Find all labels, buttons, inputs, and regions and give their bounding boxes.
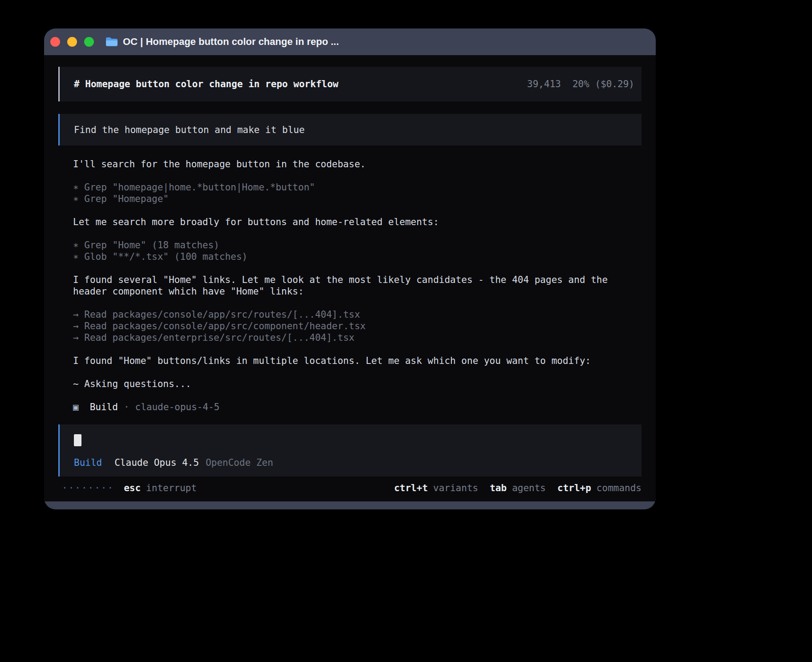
ctrl-p-key-hint: ctrl+p xyxy=(557,483,591,493)
zoom-button[interactable] xyxy=(84,37,94,47)
traffic-lights xyxy=(50,37,94,47)
agent-status-line: ▣Build·claude-opus-4-5 xyxy=(73,401,641,413)
assistant-paragraph: I found several "Home" links. Let me loo… xyxy=(73,274,641,297)
agent-model: claude-opus-4-5 xyxy=(135,401,220,413)
ctrl-t-key-hint: ctrl+t xyxy=(394,483,428,493)
asterisk-icon: ∗ xyxy=(73,251,79,262)
grep-tool-line: ∗ Grep "homepage|home.*button|Home.*butt… xyxy=(73,182,641,193)
dot-separator: · xyxy=(124,401,130,413)
arrow-icon: → xyxy=(73,332,79,343)
token-count: 39,413 xyxy=(527,79,561,89)
working-status: ~ Asking questions... xyxy=(73,378,641,390)
asterisk-icon: ∗ xyxy=(73,182,79,193)
input-cursor xyxy=(74,434,81,446)
glob-tool-line: ∗ Glob "**/*.tsx" (100 matches) xyxy=(73,251,641,262)
read-tool-line: → Read packages/console/app/src/routes/[… xyxy=(73,309,641,320)
commands-hint: ctrl+pcommands xyxy=(557,482,641,494)
variants-label: variants xyxy=(433,483,478,493)
transcript: I'll search for the homepage button in t… xyxy=(58,158,641,413)
agents-label: agents xyxy=(512,483,546,493)
close-button[interactable] xyxy=(50,37,60,47)
asterisk-icon: ∗ xyxy=(73,240,79,250)
interrupt-label: interrupt xyxy=(146,483,197,493)
tool-call-group: ∗ Grep "Home" (18 matches) ∗ Glob "**/*.… xyxy=(73,239,641,262)
tool-call-text: Grep "homepage|home.*button|Home.*button… xyxy=(84,182,315,193)
grep-tool-line: ∗ Grep "Homepage" xyxy=(73,193,641,205)
read-tool-line: → Read packages/enterprise/src/routes/[.… xyxy=(73,332,641,343)
arrow-icon: → xyxy=(73,321,79,331)
assistant-paragraph: I found "Home" buttons/links in multiple… xyxy=(73,355,641,367)
prompt-input[interactable]: BuildClaude Opus 4.5OpenCode Zen xyxy=(58,424,641,476)
spinner-dots: ········ xyxy=(62,482,114,494)
tool-call-text: Read packages/console/app/src/routes/[..… xyxy=(84,309,360,320)
status-bar: ········ escinterrupt ctrl+tvariants tab… xyxy=(58,482,641,501)
agent-icon: ▣ xyxy=(73,401,79,413)
tool-call-text: Glob "**/*.tsx" (100 matches) xyxy=(84,251,248,262)
tool-call-text: Grep "Homepage" xyxy=(84,194,169,204)
session-stats: 39,41320% ($0.29) xyxy=(527,78,634,90)
input-modeline: BuildClaude Opus 4.5OpenCode Zen xyxy=(74,457,627,468)
window-title: OC | Homepage button color change in rep… xyxy=(123,36,339,48)
read-tool-group: → Read packages/console/app/src/routes/[… xyxy=(73,309,641,343)
read-tool-line: → Read packages/console/app/src/componen… xyxy=(73,320,641,332)
arrow-icon: → xyxy=(73,309,79,320)
provider-name: OpenCode Zen xyxy=(206,457,273,468)
agent-name: Build xyxy=(90,401,118,413)
model-name: Claude Opus 4.5 xyxy=(114,457,199,468)
grep-tool-line: ∗ Grep "Home" (18 matches) xyxy=(73,239,641,251)
session-header: # Homepage button color change in repo w… xyxy=(58,67,641,101)
session-title: # Homepage button color change in repo w… xyxy=(74,78,338,90)
tool-call-group: ∗ Grep "homepage|home.*button|Home.*butt… xyxy=(73,182,641,205)
user-message-text: Find the homepage button and make it blu… xyxy=(74,124,304,136)
asterisk-icon: ∗ xyxy=(73,194,79,204)
commands-label: commands xyxy=(597,483,641,493)
agents-hint: tabagents xyxy=(490,482,546,494)
tool-call-text: Read packages/console/app/src/component/… xyxy=(84,321,365,331)
terminal-content: # Homepage button color change in repo w… xyxy=(44,55,656,501)
tool-call-text: Grep "Home" (18 matches) xyxy=(84,240,219,250)
terminal-window: OC | Homepage button color change in rep… xyxy=(44,28,656,509)
mode-indicator: Build xyxy=(74,457,102,468)
tab-key-hint: tab xyxy=(490,483,507,493)
tool-call-text: Read packages/enterprise/src/routes/[...… xyxy=(84,332,354,343)
context-usage: 20% ($0.29) xyxy=(572,79,634,89)
assistant-paragraph: I'll search for the homepage button in t… xyxy=(73,158,641,170)
assistant-paragraph: Let me search more broadly for buttons a… xyxy=(73,216,641,228)
minimize-button[interactable] xyxy=(67,37,77,47)
shortcut-hints: ctrl+tvariants tabagents ctrl+pcommands xyxy=(394,482,641,494)
user-message: Find the homepage button and make it blu… xyxy=(58,114,641,145)
interrupt-hint: escinterrupt xyxy=(124,482,197,494)
esc-key-hint: esc xyxy=(124,483,141,493)
titlebar[interactable]: OC | Homepage button color change in rep… xyxy=(44,28,656,55)
variants-hint: ctrl+tvariants xyxy=(394,482,478,494)
folder-icon xyxy=(106,37,118,47)
